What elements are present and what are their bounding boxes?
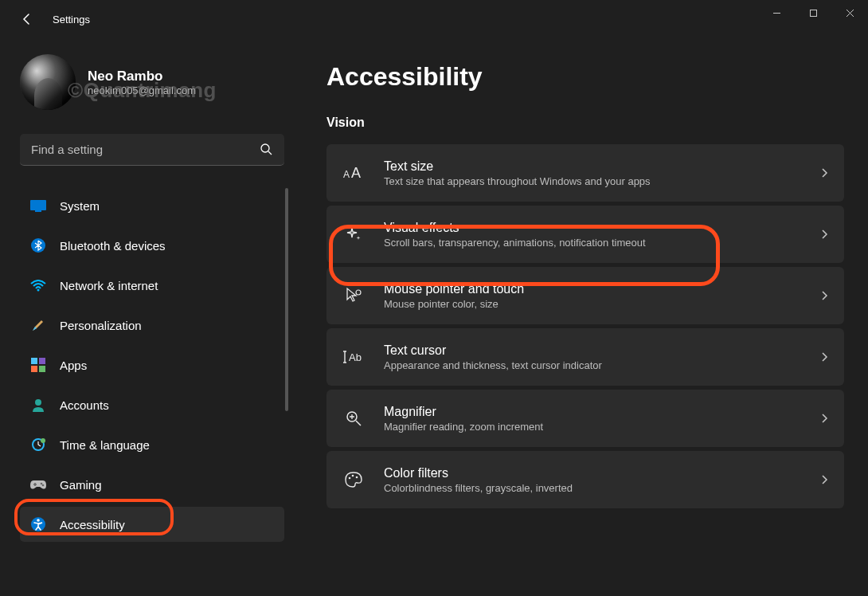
sidebar-item-label: Gaming <box>60 478 102 492</box>
brush-icon <box>29 316 47 334</box>
svg-text:A: A <box>351 165 361 181</box>
chevron-right-icon <box>820 413 828 424</box>
apps-icon <box>29 356 47 374</box>
svg-rect-3 <box>35 210 41 212</box>
sidebar-item-label: Time & language <box>60 438 150 452</box>
section-title: Vision <box>326 116 844 130</box>
row-sub: Magnifier reading, zoom increment <box>384 421 820 433</box>
row-title: Visual effects <box>384 221 820 235</box>
svg-point-5 <box>37 288 40 291</box>
svg-point-17 <box>37 519 40 522</box>
row-sub: Text size that appears throughout Window… <box>384 175 820 187</box>
row-sub: Scroll bars, transparency, animations, n… <box>384 237 820 249</box>
sidebar-item-personalization[interactable]: Personalization <box>20 308 284 343</box>
sidebar-item-label: Network & internet <box>60 279 158 292</box>
window-controls <box>758 0 868 25</box>
content-area: Accessibility Vision AA Text size Text s… <box>295 38 868 596</box>
textcursor-icon: Ab <box>342 346 365 368</box>
setting-row-color-filters[interactable]: Color filters Colorblindness filters, gr… <box>326 451 844 508</box>
palette-icon <box>342 469 365 491</box>
svg-rect-0 <box>810 10 816 16</box>
svg-point-24 <box>352 475 354 477</box>
sidebar-item-privacy[interactable]: Privacy & security <box>20 547 284 555</box>
profile-block[interactable]: Neo Rambo neokim005@gmail.com ©Quantrima… <box>20 54 295 110</box>
close-button[interactable] <box>831 0 868 25</box>
page-title: Accessibility <box>326 62 844 92</box>
svg-point-14 <box>41 483 43 485</box>
svg-rect-2 <box>30 200 46 210</box>
chevron-right-icon <box>820 290 828 301</box>
display-icon <box>29 197 47 214</box>
gamepad-icon <box>29 476 47 493</box>
sidebar-item-label: Apps <box>60 359 87 372</box>
person-icon <box>29 396 47 414</box>
titlebar: Settings <box>0 0 868 38</box>
chevron-right-icon <box>820 229 828 240</box>
sidebar-item-network[interactable]: Network & internet <box>20 268 284 303</box>
search-icon <box>260 143 273 156</box>
wifi-icon <box>29 276 47 294</box>
sidebar-item-time[interactable]: Time & language <box>20 427 284 462</box>
app-title: Settings <box>53 14 90 25</box>
sidebar-item-accessibility[interactable]: Accessibility <box>20 507 284 542</box>
bluetooth-icon <box>29 237 47 254</box>
chevron-right-icon <box>820 351 828 363</box>
sidebar-item-accounts[interactable]: Accounts <box>20 387 284 422</box>
textsize-icon: AA <box>342 162 365 184</box>
chevron-right-icon <box>820 167 828 178</box>
magnifier-icon <box>342 407 365 429</box>
accessibility-icon <box>29 516 47 533</box>
svg-point-25 <box>356 476 358 479</box>
svg-point-20 <box>356 290 361 295</box>
setting-row-mouse-pointer[interactable]: Mouse pointer and touch Mouse pointer co… <box>326 267 844 324</box>
row-sub: Appearance and thickness, text cursor in… <box>384 359 820 371</box>
svg-rect-9 <box>39 366 45 372</box>
search-box[interactable] <box>20 134 284 166</box>
svg-point-1 <box>261 144 269 152</box>
avatar <box>20 54 76 110</box>
nav-list: System Bluetooth & devices Network & int… <box>20 188 295 555</box>
user-email: neokim005@gmail.com <box>88 84 196 96</box>
user-name: Neo Rambo <box>88 69 196 84</box>
minimize-button[interactable] <box>758 0 795 25</box>
row-title: Text cursor <box>384 343 820 358</box>
row-title: Text size <box>384 159 820 174</box>
scrollbar[interactable] <box>285 188 288 411</box>
sidebar: Neo Rambo neokim005@gmail.com ©Quantrima… <box>0 38 295 596</box>
clock-icon <box>29 436 47 453</box>
row-title: Color filters <box>384 466 820 480</box>
svg-text:A: A <box>343 169 350 180</box>
row-sub: Mouse pointer color, size <box>384 298 820 310</box>
sidebar-item-label: Accessibility <box>60 518 125 531</box>
setting-row-visual-effects[interactable]: Visual effects Scroll bars, transparency… <box>326 206 844 263</box>
row-sub: Colorblindness filters, grayscale, inver… <box>384 482 820 494</box>
back-button[interactable] <box>16 8 38 30</box>
svg-point-13 <box>41 438 45 443</box>
svg-point-23 <box>349 477 351 480</box>
sidebar-item-bluetooth[interactable]: Bluetooth & devices <box>20 228 284 263</box>
sidebar-item-label: Personalization <box>60 319 142 332</box>
sidebar-item-label: System <box>60 199 100 213</box>
setting-row-text-cursor[interactable]: Ab Text cursor Appearance and thickness,… <box>326 328 844 386</box>
sidebar-item-apps[interactable]: Apps <box>20 347 284 382</box>
sidebar-item-label: Bluetooth & devices <box>60 239 166 253</box>
sidebar-item-label: Accounts <box>60 398 109 412</box>
row-title: Magnifier <box>384 405 820 419</box>
svg-point-10 <box>35 399 41 406</box>
maximize-button[interactable] <box>795 0 831 25</box>
svg-rect-8 <box>31 366 37 372</box>
svg-rect-6 <box>31 358 37 364</box>
chevron-right-icon <box>820 474 828 485</box>
svg-text:Ab: Ab <box>349 351 362 363</box>
pointer-icon <box>342 284 365 307</box>
setting-row-magnifier[interactable]: Magnifier Magnifier reading, zoom increm… <box>326 390 844 447</box>
sidebar-item-system[interactable]: System <box>20 188 284 223</box>
svg-rect-7 <box>39 358 45 364</box>
sidebar-item-gaming[interactable]: Gaming <box>20 467 284 502</box>
search-input[interactable] <box>31 143 260 156</box>
setting-row-text-size[interactable]: AA Text size Text size that appears thro… <box>326 144 844 202</box>
svg-point-15 <box>42 484 45 487</box>
row-title: Mouse pointer and touch <box>384 282 820 296</box>
sparkle-icon <box>342 223 365 245</box>
